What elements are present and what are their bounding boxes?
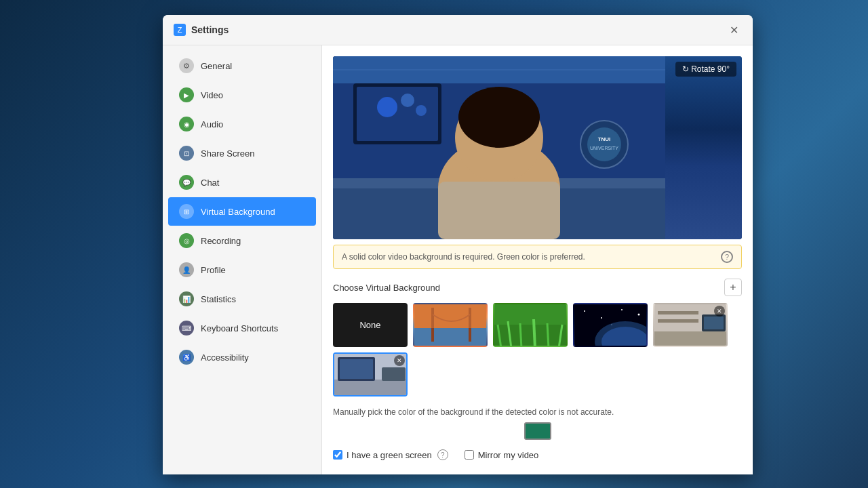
green-screen-checkbox-item[interactable]: I have a green screen ? <box>333 449 448 460</box>
sidebar: ⚙ General ▶ Video ◉ Audio ⊡ Share Screen… <box>163 45 322 474</box>
checkbox-row: I have a green screen ? Mirror my video <box>333 449 742 460</box>
svg-rect-41 <box>658 311 698 314</box>
earth-svg <box>574 304 648 347</box>
sidebar-label-video: Video <box>201 90 223 100</box>
sidebar-label-profile: Profile <box>201 265 226 275</box>
svg-text:UNIVERSITY: UNIVERSITY <box>590 146 618 150</box>
rotate-button[interactable]: ↻ Rotate 90° <box>675 62 736 77</box>
sidebar-label-recording: Recording <box>201 236 241 246</box>
green-screen-help-icon[interactable]: ? <box>437 449 448 460</box>
svg-line-29 <box>547 323 549 347</box>
golden-gate-svg <box>414 304 488 347</box>
bg-thumb-earth[interactable] <box>573 303 648 347</box>
svg-point-34 <box>621 309 623 310</box>
svg-text:TNUI: TNUI <box>598 136 611 142</box>
sidebar-item-recording[interactable]: ◎ Recording <box>168 226 316 255</box>
color-swatch[interactable] <box>524 422 551 440</box>
profile-icon: 👤 <box>179 262 194 277</box>
svg-point-32 <box>584 310 585 312</box>
vbg-section-header: Choose Virtual Background + <box>333 279 742 296</box>
bg-none-label: None <box>359 320 380 330</box>
bg-thumb-office2[interactable]: ✕ <box>333 352 408 396</box>
svg-rect-42 <box>658 319 698 323</box>
statistics-icon: 📊 <box>179 291 194 306</box>
sidebar-item-profile[interactable]: 👤 Profile <box>168 256 316 284</box>
titlebar: Z Settings ✕ <box>163 15 753 45</box>
virtual-background-icon: ⊞ <box>179 204 194 219</box>
sidebar-label-virtual-background: Virtual Background <box>201 207 275 217</box>
color-section: Manually pick the color of the backgroun… <box>333 407 742 440</box>
close-button[interactable]: ✕ <box>726 22 742 38</box>
delete-office1-icon[interactable]: ✕ <box>714 306 725 317</box>
svg-point-12 <box>458 87 540 148</box>
grass-svg <box>494 304 568 347</box>
sidebar-item-share-screen[interactable]: ⊡ Share Screen <box>168 139 316 167</box>
sidebar-label-chat: Chat <box>201 178 219 188</box>
settings-dialog: Z Settings ✕ ⚙ General ▶ Video ◉ Audio ⊡… <box>163 15 753 474</box>
svg-rect-48 <box>340 359 373 379</box>
dialog-title: Settings <box>191 24 726 35</box>
green-screen-label: I have a green screen <box>347 450 432 460</box>
background-grid: None <box>333 303 742 396</box>
general-icon: ⚙ <box>179 58 194 73</box>
sidebar-label-keyboard-shortcuts: Keyboard Shortcuts <box>201 323 278 333</box>
warning-text: A solid color video background is requir… <box>342 252 585 262</box>
audio-icon: ◉ <box>179 117 194 131</box>
color-picker-row <box>333 422 742 440</box>
sidebar-label-general: General <box>201 61 232 71</box>
sidebar-item-general[interactable]: ⚙ General <box>168 52 316 80</box>
mirror-checkbox-item[interactable]: Mirror my video <box>465 450 539 460</box>
sidebar-item-video[interactable]: ▶ Video <box>168 81 316 109</box>
bg-thumb-grass[interactable] <box>493 303 568 347</box>
room-svg: TNUI UNIVERSITY <box>333 56 742 239</box>
keyboard-shortcuts-icon: ⌨ <box>179 321 194 336</box>
svg-point-5 <box>377 97 397 117</box>
svg-rect-22 <box>414 304 488 328</box>
delete-office2-icon[interactable]: ✕ <box>394 355 405 366</box>
sidebar-item-statistics[interactable]: 📊 Statistics <box>168 285 316 313</box>
svg-rect-49 <box>382 367 406 381</box>
bg-thumb-none[interactable]: None <box>333 303 408 347</box>
bg-thumb-office1[interactable]: ✕ <box>653 303 728 347</box>
svg-line-27 <box>520 323 521 347</box>
svg-point-6 <box>401 94 414 107</box>
svg-rect-40 <box>654 331 728 347</box>
mirror-checkbox[interactable] <box>465 450 474 460</box>
vbg-section-label: Choose Virtual Background <box>333 283 440 293</box>
svg-rect-19 <box>414 328 488 347</box>
share-screen-icon: ⊡ <box>179 146 194 161</box>
main-content: TNUI UNIVERSITY ↻ Rotate 90° A solid col… <box>322 45 753 474</box>
sidebar-item-virtual-background[interactable]: ⊞ Virtual Background <box>168 197 316 226</box>
sidebar-label-accessibility: Accessibility <box>201 352 249 363</box>
green-screen-checkbox[interactable] <box>333 450 342 460</box>
svg-rect-13 <box>438 182 560 239</box>
sidebar-item-keyboard-shortcuts[interactable]: ⌨ Keyboard Shortcuts <box>168 314 316 342</box>
svg-point-33 <box>601 317 602 319</box>
sidebar-item-audio[interactable]: ◉ Audio <box>168 110 316 138</box>
svg-point-35 <box>638 314 640 316</box>
recording-icon: ◎ <box>179 233 194 248</box>
svg-point-7 <box>416 105 427 116</box>
sidebar-label-statistics: Statistics <box>201 294 236 304</box>
color-help-text: Manually pick the color of the backgroun… <box>333 407 742 417</box>
video-icon: ▶ <box>179 87 194 102</box>
warning-bar: A solid color video background is requir… <box>333 245 742 269</box>
svg-rect-44 <box>704 317 724 329</box>
chat-icon: 💬 <box>179 175 194 190</box>
svg-line-28 <box>534 319 535 347</box>
warning-help-icon[interactable]: ? <box>721 251 733 263</box>
sidebar-item-chat[interactable]: 💬 Chat <box>168 168 316 197</box>
accessibility-icon: ♿ <box>179 350 194 365</box>
sidebar-item-accessibility[interactable]: ♿ Accessibility <box>168 343 316 371</box>
bg-thumb-golden-gate[interactable] <box>413 303 488 347</box>
app-icon: Z <box>174 24 186 36</box>
sidebar-label-audio: Audio <box>201 119 223 129</box>
dialog-body: ⚙ General ▶ Video ◉ Audio ⊡ Share Screen… <box>163 45 753 474</box>
svg-rect-46 <box>334 380 408 396</box>
sidebar-label-share-screen: Share Screen <box>201 148 255 159</box>
mirror-label: Mirror my video <box>478 450 539 460</box>
svg-point-15 <box>587 127 621 161</box>
add-background-button[interactable]: + <box>724 279 742 296</box>
svg-rect-4 <box>357 87 438 141</box>
svg-rect-24 <box>494 304 568 325</box>
